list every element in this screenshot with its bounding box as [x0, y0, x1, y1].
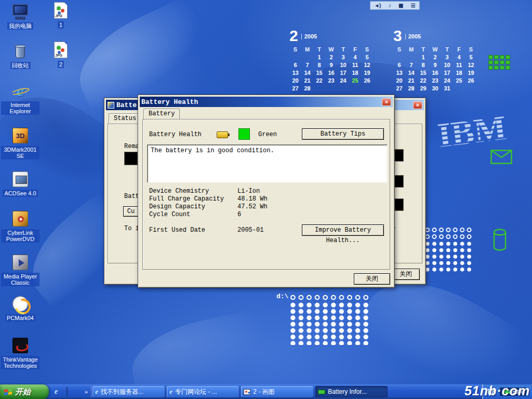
keypad-icon	[488, 55, 510, 70]
calendar-day: 3	[441, 54, 453, 60]
pcmark04-icon	[11, 295, 29, 313]
info-row-value: Li-Ion	[237, 188, 260, 195]
calendar-day: 30	[429, 85, 441, 91]
calendar-day	[301, 54, 313, 60]
window-title: Battery Health	[141, 98, 198, 106]
calendar-month-number: 3	[393, 29, 402, 43]
wallpaper-status-icons-graphic: ◄) ♪ ▦ ☰	[370, 1, 420, 10]
calendar-day: 28	[301, 85, 313, 91]
wallpaper-dots-filled	[289, 302, 370, 345]
quick-launch-desktop-icon[interactable]	[66, 387, 68, 396]
icon-label: 我的电脑	[7, 22, 33, 30]
info-row-label: Device Chemistry	[149, 188, 209, 195]
task-button-paint[interactable]: 2 - 画图	[241, 386, 313, 397]
calendar-weekday: S	[465, 46, 477, 52]
task-button-ie-server[interactable]: e 找不到服务器...	[92, 386, 165, 397]
desktop-icon-my-computer[interactable]: 我的电脑	[1, 3, 39, 30]
calendar-day: 10	[441, 62, 453, 68]
gauge-fragment	[393, 198, 404, 211]
task-button-ie-forum[interactable]: e 专门网论坛 - ...	[167, 386, 239, 397]
to-text-fragment: To i	[124, 225, 139, 232]
calendar-day: 17	[337, 70, 349, 76]
calendar-day	[361, 85, 373, 91]
calendar-day: 11	[349, 62, 361, 68]
info-row-label: Design Capacity	[149, 203, 205, 210]
info-row-value: 48.18 Wh	[237, 195, 268, 203]
system-tray: EN 58%	[482, 384, 532, 399]
icon-label: CyberLink PowerDVD	[1, 229, 39, 243]
icon-label: 3DMark2001 SE	[1, 146, 39, 159]
calendar-day: 15	[313, 70, 325, 76]
desktop-file-jpg-1[interactable]: JPG 1	[42, 2, 80, 29]
calendar-weekday: F	[453, 46, 465, 52]
icon-label: Internet Explorer	[1, 101, 39, 115]
desktop-icon-internet-explorer[interactable]: e Internet Explorer	[1, 82, 39, 115]
calendar-day	[349, 85, 361, 91]
desktop-icon-pcmark04[interactable]: PCMark04	[1, 295, 39, 322]
note-icon: ♪	[389, 3, 391, 8]
jpg-file-icon: JPG	[52, 42, 70, 59]
battery-tray-indicator[interactable]: 58%	[500, 388, 527, 396]
improve-battery-health-button[interactable]: Improve Battery Health...	[302, 224, 384, 236]
calendar-day: 27	[289, 85, 301, 91]
battery-percentage: 58%	[512, 389, 524, 395]
calendar-day: 21	[405, 77, 417, 84]
start-button[interactable]: 开始	[0, 384, 49, 399]
calendar-day: 24	[337, 77, 349, 84]
battery-tab-panel: Battery Health Green Battery Tips The ba…	[142, 119, 390, 270]
desktop-icon-acdsee[interactable]: ACDSee 4.0	[1, 170, 39, 197]
calendar-day: 1	[417, 54, 429, 60]
cu-button-fragment[interactable]: Cu	[123, 206, 139, 217]
front-window-titlebar[interactable]: Battery Health ×	[140, 97, 393, 107]
speaker-icon: ◄)	[374, 3, 381, 8]
close-icon[interactable]: ×	[382, 98, 391, 106]
jpg-file-icon: JPG	[52, 2, 70, 20]
calendar-day: 11	[453, 62, 465, 68]
battery-tips-button[interactable]: Battery Tips	[302, 128, 384, 140]
calendar-year: 2005	[301, 34, 317, 39]
condition-textbox[interactable]: The battery is in good condition.	[147, 144, 388, 183]
list-icon: ☰	[411, 3, 416, 8]
quick-launch-overflow-chevron[interactable]: »	[85, 389, 88, 395]
desktop-icon-recycle-bin[interactable]: 回收站	[1, 43, 39, 70]
tab-battery[interactable]: Battery	[143, 109, 180, 119]
calendar-weekday: S	[361, 46, 373, 52]
desktop-file-jpg-2[interactable]: JPG 2	[42, 42, 80, 69]
ibm-logo: IBM	[435, 100, 518, 157]
front-close-button[interactable]: 关闭	[354, 273, 390, 285]
calendar-day: 16	[325, 70, 337, 76]
calendar-weekday: T	[417, 46, 429, 52]
icon-label: 2	[58, 61, 64, 68]
calendar-month-number: 2	[289, 29, 298, 43]
desktop-icon-powerdvd[interactable]: CyberLink PowerDVD	[1, 210, 39, 243]
desktop-icon-3dmark2001[interactable]: 3DMark2001 SE	[1, 127, 39, 160]
quick-launch-ie-icon[interactable]: e	[52, 388, 60, 396]
my-computer-icon	[11, 3, 29, 21]
calendar-day: 7	[405, 62, 417, 68]
calendar-day: 13	[393, 70, 405, 76]
task-button-battery-information[interactable]: Battery Infor...	[315, 386, 388, 397]
calendar-weekday: M	[301, 46, 313, 52]
start-label: 开始	[15, 387, 31, 397]
calendar-day: 10	[337, 62, 349, 68]
calendar-day: 1	[313, 54, 325, 60]
calendar-weekday: S	[393, 46, 405, 52]
calendar-day	[337, 85, 349, 91]
info-row-label: Cycle Count	[149, 211, 190, 218]
gauge-fragment	[124, 152, 138, 165]
close-icon[interactable]: ×	[413, 101, 422, 109]
calendar-day: 12	[361, 62, 373, 68]
calendar-day: 9	[325, 62, 337, 68]
desktop-icon-thinkvantage[interactable]: ThinkVantage Technologies	[1, 337, 39, 370]
calendar-day: 22	[313, 77, 325, 84]
calendar-day: 8	[313, 62, 325, 68]
powerdvd-icon	[11, 210, 29, 228]
calendar-day: 6	[289, 62, 301, 68]
recycle-bin-icon	[11, 43, 29, 60]
back-close-button[interactable]: 关闭	[392, 269, 420, 280]
calendar-day: 2	[325, 54, 337, 60]
calendar-weekday: W	[429, 46, 441, 52]
desktop-icon-media-player-classic[interactable]: Media Player Classic	[1, 254, 39, 287]
tab-status[interactable]: Status	[109, 113, 141, 124]
language-indicator[interactable]: EN	[487, 388, 496, 395]
